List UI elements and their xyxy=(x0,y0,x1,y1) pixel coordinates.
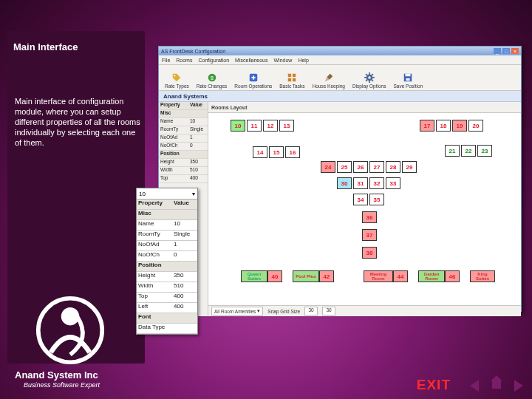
property-value[interactable]: 1 xyxy=(172,241,197,250)
property-value[interactable]: Single xyxy=(188,126,208,134)
property-key: NoOfCh xyxy=(137,251,172,261)
amenities-filter[interactable]: All Room Amenities ▾ xyxy=(211,307,263,316)
menu-item[interactable]: Window xyxy=(273,58,292,63)
section-box[interactable]: Pool Plus xyxy=(293,270,319,282)
window-minimize-icon[interactable]: _ xyxy=(494,48,501,54)
panel-col-property: Property xyxy=(159,102,188,109)
menu-item[interactable]: File xyxy=(162,58,170,63)
room-box[interactable]: 23 xyxy=(477,145,492,157)
amenities-filter-label: All Room Amenities xyxy=(214,309,256,314)
room-box[interactable]: 34 xyxy=(353,194,368,205)
room-box[interactable]: 30 xyxy=(337,177,352,189)
snap-y-input[interactable]: 30 xyxy=(322,307,335,316)
room-box[interactable]: 32 xyxy=(369,177,384,189)
room-box[interactable]: 14 xyxy=(253,146,267,158)
section-box[interactable]: Meeting Room xyxy=(364,270,393,282)
window-close-icon[interactable]: × xyxy=(511,48,519,54)
section-box[interactable]: Queen Suites xyxy=(241,270,267,282)
property-row: Width510 xyxy=(159,167,208,175)
menu-item[interactable]: Rooms xyxy=(176,58,192,63)
property-value[interactable]: 350 xyxy=(172,272,197,282)
toolbar-button[interactable]: $Rate Changes xyxy=(194,72,231,89)
svg-rect-12 xyxy=(369,72,370,75)
float-col-value: Value xyxy=(172,200,197,209)
chevron-down-icon: ▾ xyxy=(257,308,260,314)
room-box[interactable]: 42 xyxy=(319,270,334,282)
property-row: Name10 xyxy=(159,118,208,126)
room-box[interactable]: 22 xyxy=(461,145,476,157)
nav-icons xyxy=(470,380,523,392)
property-value[interactable]: 510 xyxy=(172,282,197,292)
property-key: Top xyxy=(137,293,172,302)
property-key: Height xyxy=(137,272,172,282)
room-box[interactable]: 28 xyxy=(386,161,400,173)
section-box[interactable]: King Suites xyxy=(470,270,495,282)
svg-point-2 xyxy=(174,75,176,76)
property-value[interactable]: 10 xyxy=(188,118,208,126)
prev-slide-icon[interactable] xyxy=(470,380,479,392)
panel-col-value: Value xyxy=(188,102,208,109)
selected-room[interactable]: 10 xyxy=(139,191,146,197)
property-value[interactable]: 400 xyxy=(188,175,208,183)
room-box[interactable]: 26 xyxy=(353,161,368,173)
property-key: Position xyxy=(159,151,188,158)
room-box[interactable]: 36 xyxy=(362,211,377,223)
room-box[interactable]: 15 xyxy=(269,146,284,158)
room-box[interactable]: 29 xyxy=(402,161,417,173)
property-value[interactable]: Single xyxy=(172,231,197,240)
room-box[interactable]: 24 xyxy=(321,161,335,173)
room-box[interactable]: 10 xyxy=(231,120,245,132)
section-box[interactable]: Garden Room xyxy=(418,270,445,282)
room-box[interactable]: 40 xyxy=(267,270,282,282)
svg-rect-14 xyxy=(372,77,375,78)
room-box[interactable]: 37 xyxy=(362,229,377,241)
property-value[interactable]: 350 xyxy=(188,159,208,166)
window-maximize-icon[interactable]: □ xyxy=(502,48,510,54)
room-box[interactable]: 21 xyxy=(445,145,460,157)
property-value[interactable]: 0 xyxy=(188,143,208,150)
room-box[interactable]: 31 xyxy=(353,177,368,189)
room-box[interactable]: 46 xyxy=(445,270,460,282)
room-box[interactable]: 12 xyxy=(263,120,278,132)
toolbar-button[interactable]: Room Operations xyxy=(231,72,275,89)
room-box[interactable]: 20 xyxy=(468,120,483,132)
property-value[interactable]: 400 xyxy=(172,303,197,313)
property-value[interactable]: 0 xyxy=(172,251,197,261)
toolbar-button[interactable]: Save Position xyxy=(390,72,426,89)
room-box[interactable]: 16 xyxy=(285,146,300,158)
room-box[interactable]: 44 xyxy=(393,270,408,282)
room-box[interactable]: 17 xyxy=(420,120,434,132)
room-box[interactable]: 19 xyxy=(452,120,467,132)
room-box[interactable]: 33 xyxy=(386,177,400,189)
toolbar-button[interactable]: House Keeping xyxy=(309,72,347,89)
property-value[interactable]: 400 xyxy=(172,293,197,302)
room-box[interactable]: 27 xyxy=(369,161,384,173)
property-key: Left xyxy=(137,303,172,313)
property-value xyxy=(172,210,197,219)
property-value[interactable]: 10 xyxy=(172,220,197,230)
property-value[interactable]: 1 xyxy=(188,134,208,142)
property-value[interactable]: 510 xyxy=(188,167,208,174)
next-slide-icon[interactable] xyxy=(514,380,523,392)
toolbar-button[interactable]: Basic Tasks xyxy=(276,72,307,89)
plus-icon xyxy=(248,72,259,83)
toolbar-button[interactable]: Display Options xyxy=(349,72,389,89)
menu-item[interactable]: Help xyxy=(298,58,308,63)
room-box[interactable]: 38 xyxy=(362,247,377,259)
room-box[interactable]: 11 xyxy=(247,120,262,132)
exit-button[interactable]: EXIT xyxy=(417,377,451,393)
room-box[interactable]: 18 xyxy=(436,120,451,132)
home-icon[interactable] xyxy=(491,380,502,390)
svg-rect-18 xyxy=(364,77,367,78)
chevron-down-icon[interactable]: ▾ xyxy=(192,191,195,197)
room-box[interactable]: 35 xyxy=(369,194,384,205)
toolbar-button[interactable]: Rate Types xyxy=(162,72,192,89)
menu-item[interactable]: Configuration xyxy=(198,58,229,63)
room-box[interactable]: 25 xyxy=(337,161,352,173)
property-value[interactable] xyxy=(172,324,197,333)
snap-x-input[interactable]: 30 xyxy=(304,307,318,316)
menu-item[interactable]: Miscellaneous xyxy=(235,58,267,63)
room-box[interactable]: 13 xyxy=(279,120,294,132)
rooms-canvas[interactable]: Rooms Layout All Room Amenities ▾ Snap G… xyxy=(208,102,521,316)
window-title: AS FrontDesk Configuration xyxy=(161,49,225,54)
